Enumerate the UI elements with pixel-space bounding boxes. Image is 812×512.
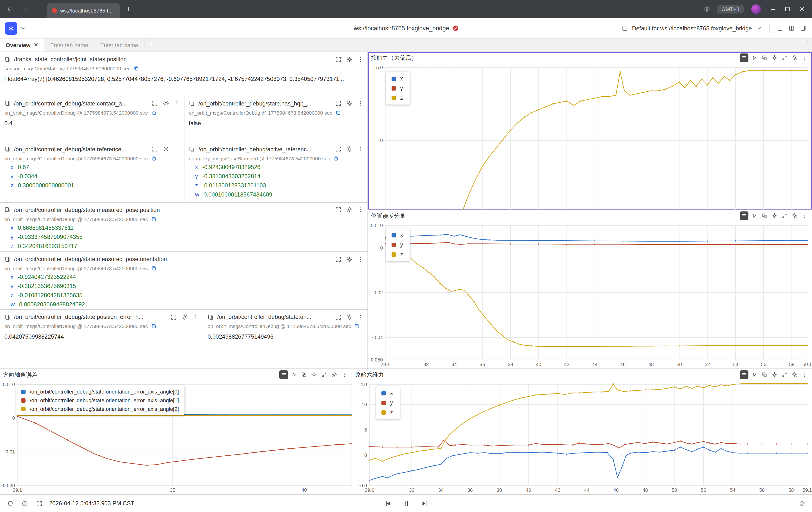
layout-split-icon[interactable] (787, 24, 795, 32)
panel-header[interactable]: /on_orbit/controller_debug/state.has_hqp… (187, 98, 365, 109)
expand-icon[interactable] (320, 370, 328, 379)
settings-icon[interactable] (330, 370, 339, 379)
chart-header[interactable]: 原始六维力 (352, 369, 812, 380)
more-icon[interactable] (801, 54, 809, 62)
frame-icon[interactable] (35, 499, 44, 508)
browser-back-icon[interactable] (4, 3, 17, 16)
legend-toggle-icon[interactable] (740, 54, 748, 62)
more-icon[interactable] (356, 255, 365, 264)
copy-icon[interactable] (353, 323, 360, 330)
more-icon[interactable] (172, 99, 181, 108)
new-tab-icon[interactable] (122, 3, 135, 16)
pause-icon[interactable] (402, 499, 410, 508)
legend-item[interactable]: /on_orbit/controller_debug/state.orienta… (17, 387, 185, 396)
expand-icon[interactable] (780, 211, 789, 220)
play-icon[interactable] (750, 54, 758, 62)
legend-item[interactable]: /on_orbit/controller_debug/state.orienta… (17, 396, 185, 405)
workspace-tab-overview[interactable]: Overview ✕ (0, 38, 45, 52)
legend-toggle-icon[interactable] (740, 370, 748, 379)
settings-icon[interactable] (161, 145, 170, 153)
more-icon[interactable] (356, 313, 365, 321)
chart-plot[interactable]: 0.0100-0.02-0.04-0.05029.132343638404244… (368, 222, 812, 368)
workspace-tab-new-2[interactable]: Enter tab name (94, 38, 144, 52)
more-icon[interactable] (172, 145, 181, 153)
more-icon[interactable] (191, 313, 200, 321)
tabbar-more-icon[interactable] (803, 38, 812, 47)
right-sidebar-icon[interactable] (799, 24, 807, 32)
seek-backward-icon[interactable] (383, 499, 392, 508)
plot-canvas[interactable]: 14.01050-6.029.1323436384042444648505254… (352, 380, 812, 494)
maximize-icon[interactable] (781, 3, 794, 16)
copy-icon[interactable] (133, 65, 139, 72)
settings-icon[interactable] (790, 370, 799, 379)
workspace-tab-new-1[interactable]: Enter tab name (45, 38, 94, 52)
add-tab-icon[interactable] (144, 38, 158, 47)
loop-off-icon[interactable] (798, 499, 806, 508)
panel-header[interactable]: /on_orbit/controller_debug/state.measure… (3, 254, 365, 265)
chart-plot[interactable]: 15.01050-5.029.1323436384042444648505254… (368, 64, 812, 209)
panel-header[interactable]: /on_orbit/controller_debug/state.referen… (3, 143, 181, 155)
foxglove-logo[interactable] (5, 22, 17, 34)
globe-icon[interactable] (701, 3, 713, 16)
close-icon[interactable] (795, 3, 808, 16)
panel-header[interactable]: /on_orbit/controller_debug/state.ori... (206, 311, 365, 323)
more-icon[interactable] (356, 205, 365, 214)
settings-icon[interactable] (161, 99, 170, 108)
legend-item[interactable]: y (386, 83, 410, 93)
crosshair-icon[interactable] (770, 54, 779, 62)
legend-item[interactable]: x (376, 388, 400, 398)
legend-item[interactable]: z (376, 407, 400, 417)
fullscreen-icon[interactable] (334, 205, 342, 214)
copy-icon[interactable] (150, 216, 157, 222)
fullscreen-icon[interactable] (150, 99, 159, 108)
fullscreen-icon[interactable] (334, 99, 342, 108)
avatar[interactable] (751, 4, 761, 14)
legend-item[interactable]: x (386, 74, 410, 83)
minimize-icon[interactable] (767, 3, 779, 16)
close-tab-icon[interactable]: ✕ (34, 42, 38, 48)
legend-item[interactable]: y (386, 240, 410, 250)
crosshair-icon[interactable] (770, 211, 779, 220)
panel-header[interactable]: /franka_state_controller/joint_states.po… (3, 54, 365, 65)
copy-icon[interactable] (150, 323, 157, 330)
copy-icon[interactable] (332, 155, 339, 162)
timezone-badge[interactable]: GMT+8 (717, 5, 744, 13)
copy-icon[interactable] (150, 109, 157, 116)
legend-item[interactable]: y (376, 398, 400, 407)
copy-icon[interactable] (150, 155, 157, 162)
overlay-icon[interactable] (760, 211, 768, 220)
play-icon[interactable] (750, 211, 758, 220)
overlay-icon[interactable] (760, 370, 768, 379)
legend-toggle-icon[interactable] (279, 370, 288, 379)
panel-header[interactable]: /on_orbit/controller_debug/state.contact… (3, 98, 181, 109)
plot-canvas[interactable]: 0.0100-0.02-0.04-0.05029.132343638404244… (368, 222, 812, 368)
crosshair-icon[interactable] (310, 370, 318, 379)
play-icon[interactable] (289, 370, 298, 379)
settings-icon[interactable] (790, 211, 799, 220)
chart-header[interactable]: 接触力（去偏后） (368, 52, 812, 64)
settings-icon[interactable] (345, 205, 353, 214)
overlay-icon[interactable] (760, 54, 768, 62)
browser-tab[interactable]: ws://localhost:8765 f... (47, 3, 120, 18)
legend-item[interactable]: z (386, 250, 410, 259)
legend-item[interactable]: z (386, 93, 410, 103)
browser-forward-icon[interactable] (18, 3, 31, 16)
fullscreen-icon[interactable] (334, 255, 342, 264)
legend-toggle-icon[interactable] (740, 211, 748, 220)
settings-icon[interactable] (345, 99, 353, 108)
chart-plot[interactable]: 0.0100-0.01-0.02029.1354045505559.1/on_o… (0, 380, 352, 494)
fullscreen-icon[interactable] (334, 55, 342, 64)
expand-icon[interactable] (780, 54, 789, 62)
overlay-icon[interactable] (299, 370, 308, 379)
more-icon[interactable] (801, 211, 809, 220)
crosshair-icon[interactable] (770, 370, 779, 379)
chart-header[interactable]: 方向轴角误差 (0, 369, 352, 380)
fullscreen-icon[interactable] (334, 145, 342, 153)
play-icon[interactable] (750, 370, 758, 379)
settings-icon[interactable] (345, 55, 353, 64)
settings-icon[interactable] (790, 54, 799, 62)
more-icon[interactable] (340, 370, 349, 379)
info-icon[interactable] (20, 499, 29, 508)
layout-chevron-icon[interactable] (755, 24, 763, 32)
fullscreen-icon[interactable] (169, 313, 178, 321)
